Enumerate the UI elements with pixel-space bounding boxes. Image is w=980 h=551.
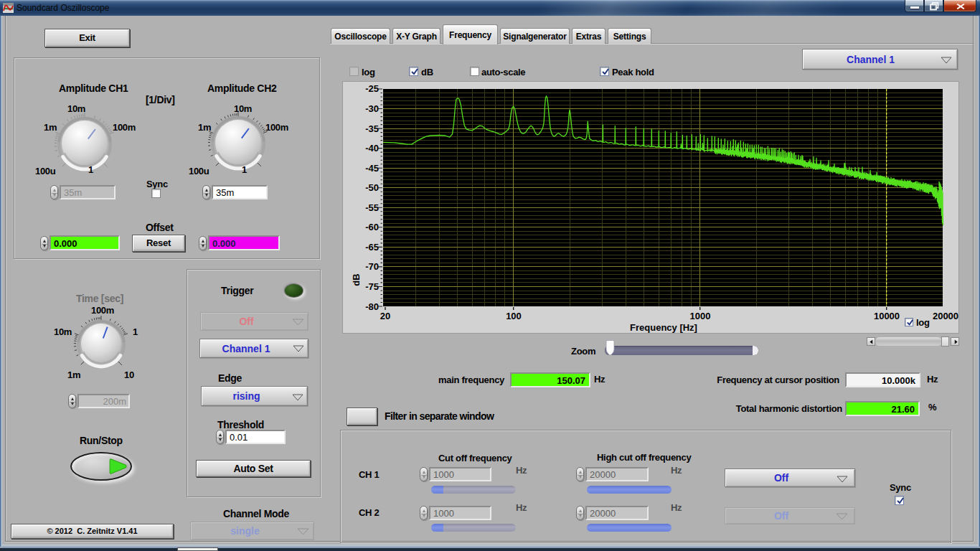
svg-text:-35: -35 xyxy=(365,123,379,134)
svg-text:100: 100 xyxy=(506,311,522,321)
svg-text:-70: -70 xyxy=(365,261,379,272)
svg-text:dB: dB xyxy=(351,273,362,286)
svg-text:-50: -50 xyxy=(365,182,379,193)
svg-text:Frequency [Hz]: Frequency [Hz] xyxy=(630,322,697,333)
svg-text:-25: -25 xyxy=(365,83,379,94)
svg-text:-75: -75 xyxy=(365,281,379,292)
svg-text:1000: 1000 xyxy=(690,311,711,321)
svg-text:-45: -45 xyxy=(365,163,379,174)
svg-text:-60: -60 xyxy=(365,222,379,232)
svg-text:-30: -30 xyxy=(365,103,379,114)
svg-text:-65: -65 xyxy=(365,242,379,253)
svg-text:10000: 10000 xyxy=(874,311,900,321)
svg-text:20000: 20000 xyxy=(933,311,958,321)
svg-text:20: 20 xyxy=(380,311,390,321)
svg-text:-55: -55 xyxy=(365,202,379,213)
svg-text:-80: -80 xyxy=(365,301,379,312)
svg-text:-40: -40 xyxy=(365,143,379,154)
